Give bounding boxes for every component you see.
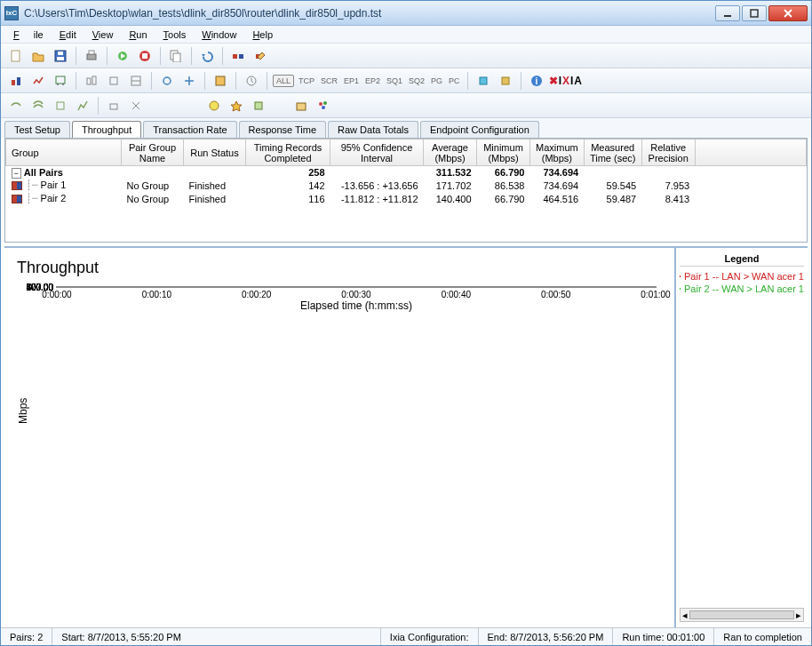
t3-icon-10[interactable] — [291, 96, 311, 116]
t2-icon-3[interactable] — [51, 71, 70, 91]
t2-icon-end1[interactable] — [474, 71, 493, 91]
results-grid: Group Pair Group Name Run Status Timing … — [4, 138, 808, 243]
svg-rect-35 — [57, 102, 64, 109]
t3-icon-7[interactable] — [204, 96, 224, 116]
col-ci[interactable]: 95% Confidence Interval — [330, 140, 424, 166]
toolbar-extra — [1, 93, 811, 118]
col-runstatus[interactable]: Run Status — [184, 140, 246, 166]
t3-icon-5[interactable] — [104, 96, 123, 116]
new-icon[interactable] — [6, 46, 26, 66]
tab-throughput[interactable]: Throughput — [72, 121, 141, 138]
col-rp[interactable]: Relative Precision — [641, 140, 695, 166]
col-avg[interactable]: Average (Mbps) — [424, 140, 477, 166]
filter-scr[interactable]: SCR — [319, 76, 339, 85]
filter-ep1[interactable]: EP1 — [342, 76, 361, 85]
col-group[interactable]: Group — [6, 140, 122, 166]
open-icon[interactable] — [28, 46, 48, 66]
collapse-icon[interactable]: − — [12, 168, 21, 179]
palette-icon[interactable] — [314, 96, 333, 116]
svg-point-42 — [322, 106, 325, 109]
toolbar-main — [1, 44, 811, 68]
run-icon[interactable] — [113, 46, 132, 66]
svg-rect-24 — [92, 76, 96, 84]
svg-point-21 — [57, 84, 59, 85]
scroll-left-icon[interactable]: ◂ — [682, 610, 688, 621]
save-icon[interactable] — [51, 46, 70, 66]
svg-text:i: i — [535, 76, 537, 86]
stop-icon[interactable] — [135, 46, 155, 66]
svg-rect-9 — [89, 51, 94, 54]
table-row[interactable]: ┊┄ Pair 2 No Group Finished 116 -11.812 … — [6, 192, 807, 205]
copy-icon[interactable] — [166, 46, 186, 66]
filter-pc[interactable]: PC — [447, 76, 462, 85]
close-button[interactable] — [768, 5, 808, 21]
menu-run[interactable]: Run — [122, 28, 154, 42]
t3-icon-4[interactable] — [73, 96, 92, 116]
svg-rect-15 — [233, 54, 237, 59]
pair-edit-icon[interactable] — [251, 46, 270, 66]
t2-icon-2[interactable] — [28, 71, 48, 91]
scroll-right-icon[interactable]: ▸ — [796, 610, 801, 621]
t2-icon-9[interactable] — [211, 71, 230, 91]
filter-ep2[interactable]: EP2 — [363, 76, 382, 85]
menu-window[interactable]: Window — [195, 28, 243, 42]
info-icon[interactable]: i — [527, 71, 546, 91]
col-mt[interactable]: Measured Time (sec) — [584, 140, 641, 166]
tabstrip: Test Setup Throughput Transaction Rate R… — [1, 118, 811, 138]
t3-icon-8[interactable] — [227, 96, 246, 116]
col-max[interactable]: Maximum (Mbps) — [530, 140, 585, 166]
statusbar: Pairs: 2 Start: 8/7/2013, 5:55:20 PM Ixi… — [1, 627, 811, 645]
tab-test-setup[interactable]: Test Setup — [4, 121, 70, 138]
plot-box[interactable]: Elapsed time (h:mm:ss) 0.00100.00200.003… — [56, 286, 657, 288]
legend-scrollbar[interactable]: ◂ ▸ — [680, 608, 804, 622]
filter-sq1[interactable]: SQ1 — [385, 76, 404, 85]
undo-icon[interactable] — [197, 46, 217, 66]
table-row[interactable]: ┊┄ Pair 1 No Group Finished 142 -13.656 … — [6, 179, 807, 192]
t2-icon-6[interactable] — [126, 71, 146, 91]
titlebar: IxC C:\Users\Tim\Desktop\wlan_tests\dlin… — [1, 1, 811, 26]
tab-raw-data-totals[interactable]: Raw Data Totals — [328, 121, 418, 138]
filter-all[interactable]: ALL — [273, 75, 294, 87]
t3-icon-2[interactable] — [28, 96, 48, 116]
t3-icon-6[interactable] — [126, 96, 146, 116]
col-pgname[interactable]: Pair Group Name — [122, 140, 184, 166]
filter-pg[interactable]: PG — [429, 76, 444, 85]
tab-transaction-rate[interactable]: Transaction Rate — [143, 121, 236, 138]
t2-icon-10[interactable] — [242, 71, 261, 91]
t3-icon-3[interactable] — [51, 96, 70, 116]
pair-add-icon[interactable] — [228, 46, 248, 66]
svg-rect-18 — [12, 80, 15, 85]
table-row-allpairs[interactable]: −All Pairs 258 311.532 66.790 734.694 — [6, 166, 807, 179]
t2-icon-end2[interactable] — [496, 71, 515, 91]
t3-icon-1[interactable] — [6, 96, 26, 116]
tab-response-time[interactable]: Response Time — [239, 121, 326, 138]
menu-file[interactable]: File — [6, 28, 51, 42]
svg-rect-7 — [58, 52, 63, 55]
legend-item[interactable]: Pair 1 -- LAN > WAN acer 1 — [680, 270, 804, 283]
print-icon[interactable] — [82, 46, 101, 66]
tab-endpoint-config[interactable]: Endpoint Configuration — [420, 121, 539, 138]
col-min[interactable]: Minimum (Mbps) — [477, 140, 530, 166]
svg-rect-16 — [239, 54, 243, 59]
menu-edit[interactable]: Edit — [52, 28, 84, 42]
t2-icon-7[interactable] — [157, 71, 177, 91]
svg-point-28 — [163, 77, 171, 84]
t2-icon-8[interactable] — [179, 71, 199, 91]
filter-sq2[interactable]: SQ2 — [407, 76, 426, 85]
svg-rect-14 — [173, 53, 180, 62]
legend-item[interactable]: Pair 2 -- WAN > LAN acer 1 — [680, 283, 804, 295]
t2-icon-4[interactable] — [82, 71, 101, 91]
minimize-button[interactable] — [715, 5, 740, 21]
svg-rect-12 — [142, 53, 147, 59]
menu-view[interactable]: View — [85, 28, 121, 42]
t3-icon-9[interactable] — [249, 96, 268, 116]
menu-help[interactable]: Help — [245, 28, 280, 42]
svg-rect-23 — [87, 78, 91, 84]
filter-tcp[interactable]: TCP — [297, 76, 316, 85]
maximize-button[interactable] — [742, 5, 767, 21]
app-window: IxC C:\Users\Tim\Desktop\wlan_tests\dlin… — [0, 0, 812, 646]
col-trc[interactable]: Timing Records Completed — [246, 140, 330, 166]
t2-icon-5[interactable] — [104, 71, 123, 91]
t2-icon-1[interactable] — [6, 71, 26, 91]
menu-tools[interactable]: Tools — [156, 28, 194, 42]
